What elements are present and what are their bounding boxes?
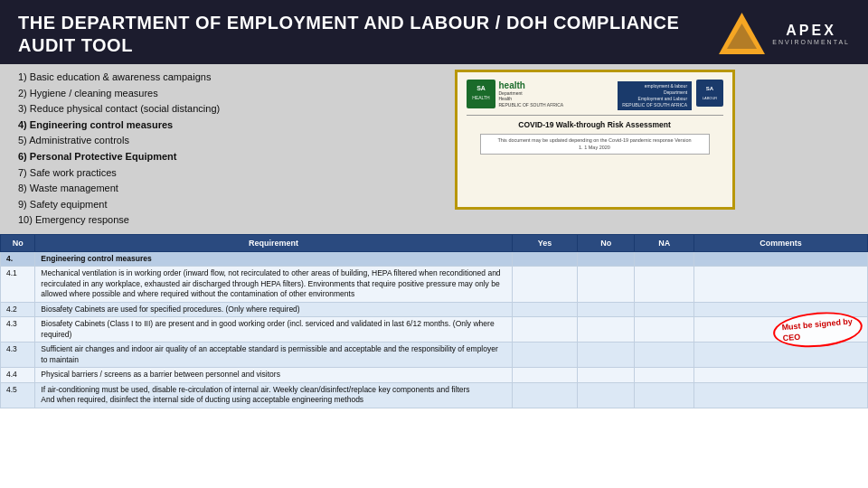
cell-no: 4. xyxy=(1,251,35,266)
cell-no: 4.4 xyxy=(1,368,35,382)
cell-yes xyxy=(512,368,577,382)
cell-no xyxy=(578,302,635,316)
cell-comments: Must be signed byCEO xyxy=(694,317,868,343)
svg-text:LABOUR: LABOUR xyxy=(702,96,717,100)
list-item: 10) Emergency response xyxy=(18,212,321,229)
cell-yes xyxy=(512,251,577,266)
cell-comments xyxy=(694,251,868,266)
full-page: The Department of Employment and Labour … xyxy=(0,0,868,488)
emp-shield-icon: SA LABOUR xyxy=(696,80,723,107)
list-item: 5) Administrative controls xyxy=(18,133,321,149)
cell-na xyxy=(635,251,694,266)
employment-labour-box: employment & labourDepartmentEmployment … xyxy=(618,80,722,110)
table-row: 4.2 Biosafety Cabinets are used for spec… xyxy=(1,302,868,316)
cell-na xyxy=(635,317,694,343)
audit-table: No Requirement Yes No NA Comments 4. Eng… xyxy=(0,234,868,408)
cell-na xyxy=(635,382,694,408)
title-line1: The Department of Employment and xyxy=(18,13,404,33)
cell-requirement: Biosafety Cabinets (Class I to III) are … xyxy=(35,317,512,343)
cell-no xyxy=(578,343,635,368)
col-na: NA xyxy=(635,234,694,251)
cell-no: 4.5 xyxy=(1,382,35,408)
table-row: 4.5 If air-conditioning must be used, di… xyxy=(1,382,868,408)
cell-comments xyxy=(694,343,868,368)
cell-comments xyxy=(694,382,868,408)
middle-section: 1) Basic education & awareness campaigns… xyxy=(0,64,868,234)
numbered-list: 1) Basic education & awareness campaigns… xyxy=(18,70,321,229)
list-item: 7) Safe work practices xyxy=(18,165,321,182)
cell-no xyxy=(578,267,635,302)
cell-na xyxy=(635,343,694,368)
cell-yes xyxy=(512,302,577,316)
cell-yes xyxy=(512,317,577,343)
page-title: The Department of Employment and Labour … xyxy=(18,12,717,57)
cell-na xyxy=(635,267,694,302)
col-comments: Comments xyxy=(694,234,868,251)
cell-no xyxy=(578,251,635,266)
table-section: No Requirement Yes No NA Comments 4. Eng… xyxy=(0,234,868,488)
cell-yes xyxy=(512,343,577,368)
health-shield-icon: SA HEALTH xyxy=(467,80,495,108)
cell-no xyxy=(578,382,635,408)
cell-comments xyxy=(694,267,868,302)
header: The Department of Employment and Labour … xyxy=(0,0,868,64)
list-item: 4) Engineering control measures xyxy=(18,117,321,134)
doc-divider xyxy=(467,115,723,116)
list-item: 1) Basic education & awareness campaigns xyxy=(18,70,321,86)
doc-frame: SA HEALTH health DepartmentHealthREPUBLI… xyxy=(455,70,735,210)
cell-no: 4.2 xyxy=(1,302,35,316)
table-row: 4.3 Biosafety Cabinets (Class I to III) … xyxy=(1,317,868,343)
table-row: 4.4 Physical barriers / screens as a bar… xyxy=(1,368,868,382)
svg-rect-5 xyxy=(696,80,723,107)
health-text: health DepartmentHealthREPUBLIC OF SOUTH… xyxy=(499,80,564,108)
table-row: 4.1 Mechanical ventilation is in working… xyxy=(1,267,868,302)
cell-requirement: Engineering control measures xyxy=(35,251,512,266)
cell-requirement: Biosafety Cabinets are used for specifie… xyxy=(35,302,512,316)
list-item: 3) Reduce physical contact (social dista… xyxy=(18,101,321,117)
apex-logo: APEX ENVIRONMENTAL xyxy=(772,23,850,45)
apex-triangle-icon xyxy=(717,9,767,59)
health-logo: SA HEALTH health DepartmentHealthREPUBLI… xyxy=(467,80,564,108)
apex-name: APEX xyxy=(786,23,836,39)
list-item: 9) Safety equipment xyxy=(18,197,321,213)
cell-comments xyxy=(694,368,868,382)
svg-text:SA: SA xyxy=(705,86,713,91)
cell-na xyxy=(635,368,694,382)
cell-requirement: Sufficient air changes and indoor air qu… xyxy=(35,343,512,368)
cell-no: 4.1 xyxy=(1,267,35,302)
col-requirement: Requirement xyxy=(35,234,512,251)
cell-yes xyxy=(512,382,577,408)
cell-yes xyxy=(512,267,577,302)
table-header-row: No Requirement Yes No NA Comments xyxy=(1,234,868,251)
svg-text:SA: SA xyxy=(476,85,486,91)
col-no: No xyxy=(578,234,635,251)
cell-na xyxy=(635,302,694,316)
cell-requirement: Physical barriers / screens as a barrier… xyxy=(35,368,512,382)
table-wrapper: No Requirement Yes No NA Comments 4. Eng… xyxy=(0,234,868,488)
emp-badge: employment & labourDepartmentEmployment … xyxy=(618,81,692,110)
list-item: 2) Hygiene / cleaning measures xyxy=(18,86,321,102)
list-item: 6) Personal Protective Equipment xyxy=(18,149,321,165)
doc-main-title: COVID-19 Walk-through Risk Assessment xyxy=(467,120,723,129)
cell-no: 4.3 xyxy=(1,343,35,368)
cell-no xyxy=(578,368,635,382)
cell-no xyxy=(578,317,635,343)
cell-requirement: Mechanical ventilation is in working ord… xyxy=(35,267,512,302)
doc-preview-area: SA HEALTH health DepartmentHealthREPUBLI… xyxy=(339,70,850,210)
table-row: 4.3 Sufficient air changes and indoor ai… xyxy=(1,343,868,368)
svg-rect-2 xyxy=(467,80,495,108)
doc-top-row: SA HEALTH health DepartmentHealthREPUBLI… xyxy=(467,80,723,110)
svg-text:HEALTH: HEALTH xyxy=(472,95,490,100)
cell-no: 4.3 xyxy=(1,317,35,343)
apex-subtitle: ENVIRONMENTAL xyxy=(772,39,850,45)
logo-block: APEX ENVIRONMENTAL xyxy=(717,9,850,59)
health-label: health xyxy=(499,80,564,90)
doc-version: This document may be updated depending o… xyxy=(480,134,710,155)
cell-requirement: If air-conditioning must be used, disabl… xyxy=(35,382,512,408)
list-item: 8) Waste management xyxy=(18,181,321,197)
col-no: No xyxy=(1,234,35,251)
table-row: 4. Engineering control measures xyxy=(1,251,868,266)
col-yes: Yes xyxy=(512,234,577,251)
dept-text: DepartmentHealthREPUBLIC OF SOUTH AFRICA xyxy=(499,90,564,108)
